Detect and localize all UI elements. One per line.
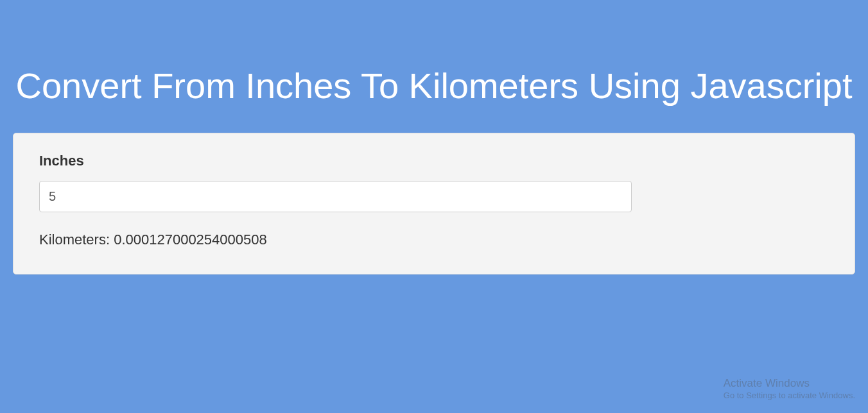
page-title: Convert From Inches To Kilometers Using … [13,64,855,107]
inches-label: Inches [39,153,829,169]
converter-card: Inches Kilometers: 0.000127000254000508 [13,133,855,274]
watermark-line1: Activate Windows [724,376,855,391]
windows-activation-watermark: Activate Windows Go to Settings to activ… [724,376,855,401]
inches-input[interactable] [39,181,632,212]
watermark-line2: Go to Settings to activate Windows. [724,391,855,401]
kilometers-result: Kilometers: 0.000127000254000508 [39,232,829,248]
